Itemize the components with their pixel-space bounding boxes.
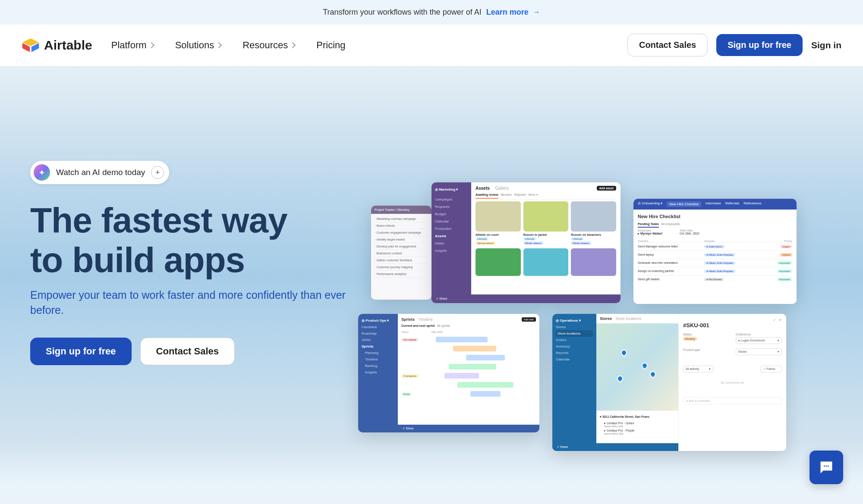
mockup-operations: ◎ Operations ▾ Stores Store locations Or… <box>552 314 786 451</box>
list-item: Marketing overhaul campaign <box>375 216 428 222</box>
sidebar-item: Budget <box>435 210 468 218</box>
list-item: Performance analytics <box>375 271 428 278</box>
asset-thumbs-row <box>476 248 616 276</box>
contact-sales-button[interactable]: Contact Sales <box>627 34 708 56</box>
marketing-footer: ↗ Share <box>432 294 620 303</box>
sidebar-item: DAMs <box>435 240 468 247</box>
asset-card: Runner on bleachers Lifestyle Winter sea… <box>571 201 616 245</box>
marketing-sidebar: ◎ Marketing ▾ Campaigns Requests Budget … <box>432 182 471 303</box>
asset-thumb <box>476 248 521 276</box>
sidebar-item: Production <box>435 225 468 232</box>
brand-name: Airtable <box>44 38 92 53</box>
add-task-button: Add task <box>522 317 536 322</box>
sku-title: #SKU-001 <box>683 322 782 329</box>
tracker-header: Project Tracker / Directory <box>371 206 432 214</box>
list-item: Identify target market <box>375 236 428 243</box>
svg-point-4 <box>826 466 827 467</box>
chevron-right-icon <box>148 42 154 48</box>
ops-sidebar: ◎ Operations ▾ Stores Store locations Or… <box>552 314 596 451</box>
list-item: Gather customer feedback <box>375 257 428 264</box>
table-row: Send laptop● Hikaru Sulin-KingsleyCritic… <box>638 250 792 259</box>
hero-signup-button[interactable]: Sign up for free <box>30 338 132 365</box>
nav-solutions[interactable]: Solutions <box>175 40 221 51</box>
tracker-list: Marketing overhaul campaign Brand refres… <box>371 214 432 279</box>
asset-card: Runner in jacket Lifestyle Winter season <box>523 201 569 245</box>
chevron-right-icon <box>290 42 296 48</box>
chevron-right-icon <box>216 42 222 48</box>
onboarding-title: New Hire Checklist <box>638 214 792 219</box>
sidebar-item: Calendar <box>435 218 468 225</box>
asset-thumb <box>523 248 569 276</box>
list-item: Develop plan for engagement <box>375 243 428 250</box>
marketing-tabs: Assets Gallery Add asset <box>476 186 616 191</box>
filter-tabs: Awaiting review Blocked Rejected More ▾ <box>476 191 616 200</box>
mockup-marketing: ◎ Marketing ▾ Campaigns Requests Budget … <box>432 182 620 303</box>
onboarding-header: ◎ Onboarding ▾ New Hire Checklist Interv… <box>633 199 797 210</box>
sidebar-item: Requests <box>435 203 468 210</box>
hero-cta-group: Sign up for free Contact Sales <box>30 338 383 365</box>
signup-button[interactable]: Sign up for free <box>716 34 803 56</box>
nav-right: Contact Sales Sign up for free Sign in <box>627 34 841 56</box>
svg-point-5 <box>828 466 829 467</box>
svg-point-3 <box>824 466 825 467</box>
chat-widget-button[interactable] <box>809 451 843 484</box>
hero-subtitle: Empower your team to work faster and mor… <box>30 288 350 318</box>
chat-bubble-icon <box>819 460 834 475</box>
onboarding-body: New Hire Checklist Pending Tasks All emp… <box>633 210 797 288</box>
ai-demo-pill[interactable]: ✦ Watch an AI demo today + <box>30 161 169 184</box>
customer-logos: COLE HAAN ✪ Expedia Levi's TIME 🛍 shopif… <box>0 484 863 504</box>
announcement-link[interactable]: Learn more → <box>486 8 540 16</box>
signin-link[interactable]: Sign in <box>811 40 841 50</box>
list-item: Brand refresh <box>375 222 428 229</box>
list-item: Brainstorm content <box>375 250 428 257</box>
hero-content: ✦ Watch an AI demo today + The fastest w… <box>30 161 383 484</box>
table-row: Send gift basket● Per EverettImportant <box>638 275 792 283</box>
plus-icon: + <box>151 166 164 179</box>
asset-thumb <box>571 201 616 232</box>
sprints-sidebar: ◎ Product Ops ▾ Feedback Roadmap OKRs Sp… <box>358 314 398 432</box>
map-pin-icon <box>640 361 649 370</box>
nav-pricing[interactable]: Pricing <box>316 40 345 51</box>
mockup-cluster: Project Tracker / Directory Marketing ov… <box>371 182 828 458</box>
location-list: ▾ 3011 California Street, San Franc ▸ Ce… <box>596 410 678 438</box>
nav-platform[interactable]: Platform <box>111 40 154 51</box>
map-pin-icon <box>649 370 657 379</box>
asset-card: Athlete on court Lifestyle Spring season <box>476 201 521 245</box>
hero-contact-sales-button[interactable]: Contact Sales <box>140 338 235 365</box>
checklist-table: ChecklistAssigneePriority Send Manager w… <box>638 240 792 283</box>
mockup-project-tracker: Project Tracker / Directory Marketing ov… <box>371 206 432 300</box>
asset-thumb <box>523 201 569 232</box>
nav-links: Platform Solutions Resources Pricing <box>111 40 346 51</box>
airtable-logo-icon <box>22 38 40 53</box>
add-asset-button: Add asset <box>597 186 616 191</box>
hero-title: The fastest way to build apps <box>30 200 383 280</box>
nav-resources[interactable]: Resources <box>243 40 295 51</box>
announcement-bar: Transform your workflows with the power … <box>0 0 863 25</box>
asset-thumb <box>476 201 521 232</box>
sidebar-item: Campaigns <box>435 196 468 203</box>
arrow-right-icon: → <box>532 8 540 16</box>
asset-thumb <box>571 248 616 276</box>
ops-map-panel: Stores Store locations ▾ 3011 California… <box>596 314 678 451</box>
ai-demo-label: Watch an AI demo today <box>56 168 145 177</box>
hero-section: ✦ Watch an AI demo today + The fastest w… <box>0 66 863 484</box>
table-row: Assign on-boarding partner● Hikaru Sulin… <box>638 267 792 275</box>
sidebar-item-active: Assets <box>435 232 468 240</box>
navbar: Airtable Platform Solutions Resources Pr… <box>0 25 863 66</box>
ops-detail-panel: ⤢ ✕ #SKU-001 StatusPending Ordered by● L… <box>678 314 786 451</box>
list-item: Customer journey mapping <box>375 264 428 271</box>
brand-logo[interactable]: Airtable <box>22 38 92 53</box>
ai-sparkle-icon: ✦ <box>34 164 50 181</box>
sidebar-item: Insights <box>435 247 468 254</box>
map-pin-icon <box>616 374 624 383</box>
mockup-onboarding: ◎ Onboarding ▾ New Hire Checklist Interv… <box>633 199 797 304</box>
announcement-text: Transform your workflows with the power … <box>323 8 481 16</box>
table-row: Send Manager welcome letter● Juliet Kern… <box>638 242 792 250</box>
marketing-main: Assets Gallery Add asset Awaiting review… <box>471 182 620 303</box>
sidebar-title: ◎ Marketing ▾ <box>435 186 468 193</box>
list-item: Customer engagement campaign <box>375 229 428 236</box>
map-area <box>596 323 678 410</box>
sprints-main: SprintsTimeline Add task Current and nex… <box>398 314 539 432</box>
table-row: Schedule new-hire orientation● Hikaru Su… <box>638 259 792 267</box>
asset-cards: Athlete on court Lifestyle Spring season… <box>476 201 616 245</box>
